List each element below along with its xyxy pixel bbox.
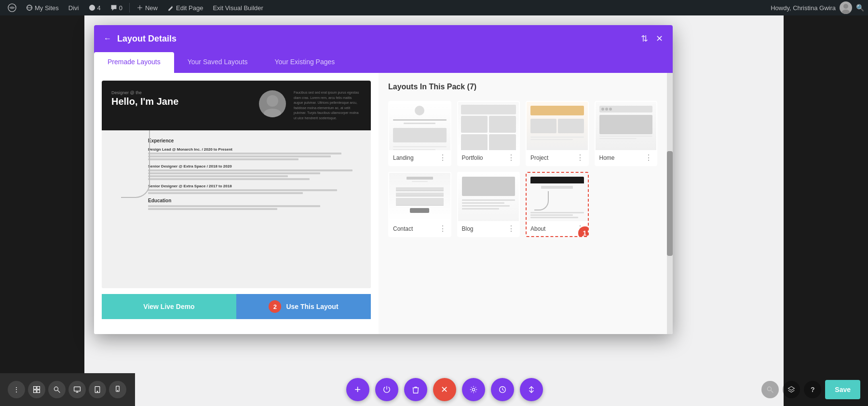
comments-button[interactable]: 0 [107,0,126,15]
layout-name-about: About [530,225,545,232]
education-header: Education [148,198,363,203]
tab-saved-layouts[interactable]: Your Saved Layouts [174,52,261,73]
layouts-grid: Landing ⋮ [388,101,657,237]
layout-card-project[interactable]: Project ⋮ [526,101,589,166]
layout-button[interactable] [28,381,45,398]
enable-disable-button[interactable] [375,378,398,401]
preview-name: Hello, I'm Jane [111,96,251,107]
new-button[interactable]: New [133,0,162,15]
portability-button[interactable] [520,378,543,401]
modal-header-left: ← Layout Details [104,34,176,44]
svg-rect-14 [37,390,40,393]
admin-search-icon[interactable]: 🔍 [856,4,864,12]
layout-name-contact: Contact [393,225,413,232]
close-builder-button[interactable]: ✕ [433,378,456,401]
admin-bar: My Sites Divi 4 4 0 New Edit Page Exit V… [0,0,868,15]
svg-rect-11 [34,387,37,390]
layers-button[interactable] [783,381,800,398]
layout-card-about[interactable]: About ⋮ 1 [526,172,589,237]
user-info: Howdy, Christina Gwira 🔍 [771,1,864,14]
layout-name-landing: Landing [393,154,414,161]
tablet-button[interactable] [89,381,106,398]
wordpress-logo[interactable] [4,0,20,15]
preview-body: Experience Design Lead @ Monarch Inc. / … [102,130,371,288]
view-live-demo-button[interactable]: View Live Demo [102,294,236,319]
layout-card-contact[interactable]: Contact ⋮ [388,172,451,237]
layout-card-footer-blog: Blog ⋮ [458,221,519,236]
layout-card-footer-contact: Contact ⋮ [389,221,450,236]
layout-thumb-project [527,102,588,150]
layout-thumb-home [596,102,657,150]
exit-visual-builder-button[interactable]: Exit Visual Builder [209,0,267,15]
layout-card-footer-project: Project ⋮ [527,150,588,165]
save-button[interactable]: Save [825,380,860,399]
experience-header: Experience [148,138,363,143]
delete-button[interactable] [404,378,427,401]
svg-point-7 [843,4,848,9]
mobile-button[interactable] [109,381,126,398]
layout-dots-landing[interactable]: ⋮ [439,153,447,162]
layout-card-blog[interactable]: Blog ⋮ [457,172,520,237]
layout-name-project: Project [530,154,548,161]
layout-dots-project[interactable]: ⋮ [576,153,584,162]
layout-card-footer-portfolio: Portfolio ⋮ [458,150,519,165]
use-this-layout-button[interactable]: 2 Use This Layout [236,294,371,319]
add-content-button[interactable]: + [346,378,369,401]
modal-close-icon[interactable]: ✕ [656,33,663,44]
updates-button[interactable]: 4 4 [85,0,105,15]
layout-dots-home[interactable]: ⋮ [645,153,652,162]
svg-rect-13 [34,390,37,393]
layout-card-home[interactable]: Home ⋮ [595,101,658,166]
svg-point-10 [264,109,281,117]
more-options-button[interactable]: ⋮ [8,381,25,398]
svg-point-23 [117,391,118,391]
job-entry-1: Design Lead @ Monarch Inc. / 2020 to Pre… [148,147,363,160]
svg-rect-12 [37,387,40,390]
job-entry-3: Senior Designer @ Extra Space / 2017 to … [148,184,363,194]
modal-tabs: Premade Layouts Your Saved Layouts Your … [94,52,673,73]
search-toolbar-button[interactable] [761,381,779,398]
back-icon[interactable]: ← [104,34,111,43]
layout-thumb-contact [389,173,450,221]
layout-card-landing[interactable]: Landing ⋮ [388,101,451,166]
help-button[interactable]: ? [804,381,821,398]
job-entry-2: Senior Designer @ Extra Space / 2018 to … [148,164,363,180]
user-avatar [840,1,852,14]
layout-preview-image: Designer @ the Hello, I'm Jane Faucibus … [102,81,371,288]
layouts-title: Layouts In This Pack (7) [388,83,657,91]
layout-name-blog: Blog [462,225,474,232]
sort-icon[interactable]: ⇅ [641,33,648,44]
layout-dots-blog[interactable]: ⋮ [507,224,515,233]
layout-card-footer-landing: Landing ⋮ [389,150,450,165]
svg-point-21 [97,391,98,392]
layout-name-portfolio: Portfolio [462,154,483,161]
svg-point-9 [267,95,278,107]
layout-card-portfolio[interactable]: Portfolio ⋮ [457,101,520,166]
canvas-left [0,15,84,406]
svg-marker-30 [788,387,795,391]
toolbar-right: ? Save [754,380,868,399]
divi-button[interactable]: Divi [65,0,83,15]
preview-actions: View Live Demo 2 Use This Layout [102,294,371,319]
settings-button[interactable] [462,378,485,401]
modal-scrollbar[interactable] [667,73,673,334]
tab-premade-layouts[interactable]: Premade Layouts [94,52,174,73]
layout-thumb-portfolio [458,102,519,150]
designer-label: Designer @ the [111,90,251,95]
edit-page-button[interactable]: Edit Page [163,0,207,15]
desktop-button[interactable] [68,381,86,398]
preview-avatar [259,90,286,117]
svg-line-16 [58,391,60,393]
history-button[interactable] [491,378,514,401]
svg-point-25 [472,388,475,391]
layout-dots-portfolio[interactable]: ⋮ [507,153,515,162]
svg-rect-17 [74,387,81,391]
modal-header: ← Layout Details ⇅ ✕ [94,25,673,52]
toolbar-left: ⋮ [0,373,135,406]
search-button[interactable] [48,381,66,398]
layout-dots-contact[interactable]: ⋮ [439,224,447,233]
svg-point-28 [768,387,772,391]
modal-body: Designer @ the Hello, I'm Jane Faucibus … [94,73,673,334]
my-sites-button[interactable]: My Sites [22,0,63,15]
tab-existing-pages[interactable]: Your Existing Pages [261,52,349,73]
